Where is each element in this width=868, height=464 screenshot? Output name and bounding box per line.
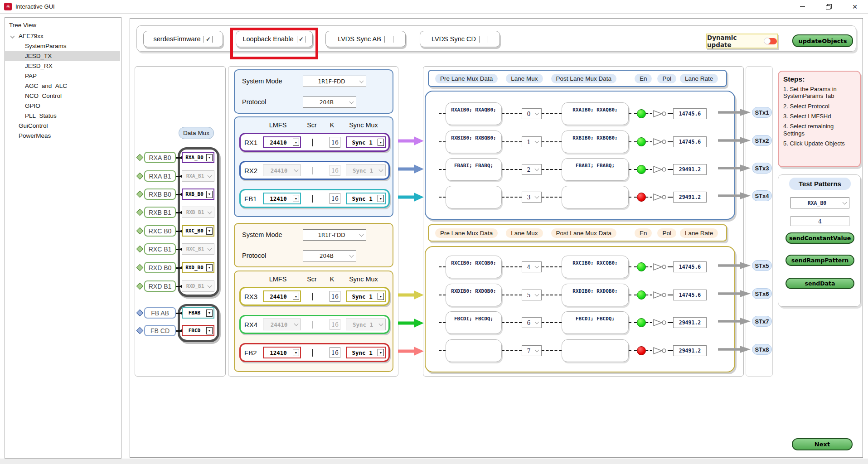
dash-connector xyxy=(668,322,673,323)
minimize-button[interactable] xyxy=(789,0,815,14)
sidebar-item-agc_and_alc[interactable]: AGC_and_ALC xyxy=(5,81,121,91)
system-mode-value: 1R1F-FDD xyxy=(303,232,360,238)
dash-connector xyxy=(502,113,522,114)
sidebar-item-powermeas[interactable]: PowerMeas xyxy=(5,131,121,141)
stx-label-stx8: STx8 xyxy=(752,344,772,355)
dash-connector xyxy=(668,113,673,114)
diamond-icon xyxy=(136,283,144,290)
lmfs-select[interactable]: 12410▼ xyxy=(263,347,301,358)
dynamic-update-toggle[interactable]: Dynamic update xyxy=(706,34,778,48)
dash-connector xyxy=(502,197,522,198)
sidebar-item-jesd_rx[interactable]: JESD_RX xyxy=(5,61,121,71)
sidebar-item-afe79xx[interactable]: AFE79xx xyxy=(5,31,121,41)
col-k: K xyxy=(326,276,338,283)
close-button[interactable]: × xyxy=(842,0,868,14)
stx-arrow xyxy=(718,289,751,300)
lane-mux-select[interactable]: 4 xyxy=(522,261,542,272)
lane-mux-select[interactable]: 0 xyxy=(522,108,542,119)
application-window: ✳ Interactive GUI × Tree View AFE79xxSys… xyxy=(0,0,868,464)
connector-line xyxy=(176,313,181,314)
stx-arrow xyxy=(718,136,751,147)
mux-channel-select[interactable]: RXD_B0▼ xyxy=(182,262,214,273)
diamond-icon xyxy=(136,309,144,317)
protocol-select[interactable]: 204B xyxy=(303,97,356,108)
test-pattern-value-input[interactable] xyxy=(790,216,849,226)
connector-line xyxy=(176,330,181,332)
chevron-down-icon xyxy=(379,168,383,172)
system-mode-select[interactable]: 1R1F-FDD xyxy=(303,76,366,87)
lane-group-arrow xyxy=(398,164,424,176)
sidebar-item-jesd_tx[interactable]: JESD_TX xyxy=(5,51,120,61)
lane-mux-select[interactable]: 2 xyxy=(522,164,542,175)
header-pill-post-lane-mux-data: Post Lane Mux Data xyxy=(551,74,616,83)
mux-channel-select: RXA_B1 xyxy=(182,170,214,182)
polarity-inverter-icon xyxy=(652,193,668,201)
mux-channel-select[interactable]: RXC_B0▼ xyxy=(182,225,214,237)
send-constant-value-button[interactable]: sendConstantValue xyxy=(786,232,854,244)
toggle-button-loopback-enable[interactable]: Loopback Enable✓ xyxy=(236,31,313,47)
mux-channel-select[interactable]: FBCD▼ xyxy=(182,325,214,336)
stx-arrow xyxy=(718,261,751,272)
lane-mux-select[interactable]: 5 xyxy=(522,290,542,300)
sidebar-item-nco_control[interactable]: NCO_Control xyxy=(5,91,121,101)
mux-channel-select[interactable]: RXB_B0▼ xyxy=(182,188,214,200)
connector-line xyxy=(176,157,181,159)
lmfs-select[interactable]: 24410▼ xyxy=(263,136,301,148)
lmfs-select[interactable]: 12410▼ xyxy=(263,193,301,204)
test-pattern-channel-value: RXA_B0 xyxy=(791,200,843,206)
jesd-row-fb1: FB112410▼16Sync 1▼ xyxy=(239,189,390,208)
sidebar-item-gpio[interactable]: GPIO xyxy=(5,101,121,111)
connector-line xyxy=(176,176,181,177)
protocol-select[interactable]: 204B xyxy=(303,250,356,261)
mux-channel-value: FBAB xyxy=(183,310,206,316)
toggle-button-serdesfirmware[interactable]: serdesFirmware✓ xyxy=(143,31,223,47)
toggle-button-lvds-sync-cd[interactable]: LVDS Sync CD xyxy=(420,31,500,47)
sync-mux-select[interactable]: Sync 1▼ xyxy=(346,290,386,302)
chevron-down-icon xyxy=(208,209,212,214)
dash-connector xyxy=(629,113,637,114)
dash-connector xyxy=(629,169,637,170)
lane-table-body: RXCIB0; RXCQB0;4RXCIB0; RXCQB0;14745.6RX… xyxy=(425,246,735,372)
mux-channel-select[interactable]: RXA_B0▼ xyxy=(182,152,214,163)
stx-label-stx4: STx4 xyxy=(752,190,772,201)
restore-button[interactable] xyxy=(815,0,842,14)
sync-mux-select[interactable]: Sync 1▼ xyxy=(346,193,386,204)
lane-rate-value: 14745.6 xyxy=(673,108,707,119)
sync-mux-select[interactable]: Sync 1▼ xyxy=(346,136,386,148)
dash-connector xyxy=(439,197,446,198)
jesd-row-rx1: RX124410▼16Sync 1▼ xyxy=(239,133,390,152)
stx-arrow xyxy=(718,317,751,328)
lane-mux-select[interactable]: 6 xyxy=(522,317,542,328)
lane-mux-select[interactable]: 3 xyxy=(522,192,542,203)
test-pattern-channel-select[interactable]: RXA_B0 xyxy=(790,197,849,208)
sidebar-item-guicontrol[interactable]: GuiControl xyxy=(5,121,121,131)
mux-channel-select[interactable]: FBAB▼ xyxy=(182,307,214,319)
sidebar-item-pll_status[interactable]: PLL_Status xyxy=(5,111,121,121)
stx-label-stx3: STx3 xyxy=(752,163,772,174)
k-value: 16 xyxy=(330,347,340,358)
polarity-inverter-icon xyxy=(652,110,668,118)
toggle-switch-icon[interactable] xyxy=(764,38,777,44)
chevron-down-icon xyxy=(208,283,212,288)
system-mode-select[interactable]: 1R1F-FDD xyxy=(303,229,366,241)
dropdown-arrow-icon: ▼ xyxy=(206,191,213,198)
sidebar-item-pap[interactable]: PAP xyxy=(5,71,121,81)
sidebar-item-systemparams[interactable]: SystemParams xyxy=(5,41,121,51)
jesd-row-rx4: RX42441016Sync 1 xyxy=(239,315,390,334)
send-data-button[interactable]: sendData xyxy=(786,278,854,289)
lane-rate-value: 29491.2 xyxy=(673,164,707,175)
next-button[interactable]: Next xyxy=(792,438,853,450)
update-objects-button[interactable]: updateObjects xyxy=(792,34,853,47)
lane-mux-select[interactable]: 7 xyxy=(522,345,542,356)
lane-group-arrow xyxy=(398,192,424,204)
sync-mux-select[interactable]: Sync 1▼ xyxy=(346,347,386,358)
lane-row: RXCIB0; RXCQB0;4RXCIB0; RXCQB0;14745.6 xyxy=(426,256,734,278)
toggle-button-label: LVDS Sync CD xyxy=(432,35,476,43)
lmfs-select[interactable]: 24410▼ xyxy=(263,290,301,302)
checkbox-icon: ✓ xyxy=(297,36,306,43)
toggle-button-lvds-sync-ab[interactable]: LVDS Sync AB xyxy=(325,31,406,47)
dropdown-arrow-icon: ▼ xyxy=(206,154,213,161)
lane-mux-select[interactable]: 1 xyxy=(522,136,542,147)
diamond-icon xyxy=(136,154,144,161)
send-ramp-pattern-button[interactable]: sendRampPattern xyxy=(786,255,854,266)
